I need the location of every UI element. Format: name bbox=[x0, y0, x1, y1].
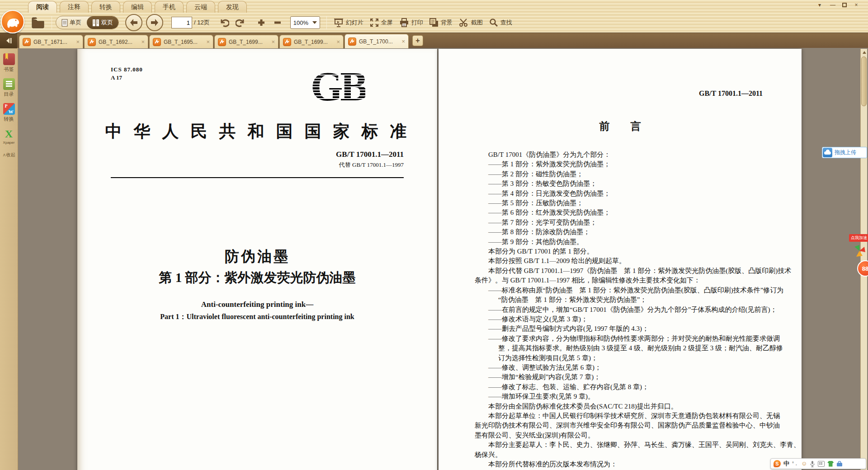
tab-close-icon[interactable]: × bbox=[336, 39, 340, 45]
document-tab-label: GB_T_1699... bbox=[294, 39, 334, 45]
menu-tab[interactable]: 阅读 bbox=[28, 1, 57, 13]
double-page-button[interactable]: 双页 bbox=[87, 16, 118, 29]
app-menu-icon[interactable]: ▾ bbox=[816, 1, 823, 9]
scroll-up-icon[interactable] bbox=[861, 49, 868, 56]
tab-close-icon[interactable]: × bbox=[141, 39, 145, 45]
convert-label: 转换 bbox=[1, 116, 17, 122]
tab-close-icon[interactable]: × bbox=[271, 39, 275, 45]
foreword-line: ——修改了标志、包装、运输、贮存内容(见第 8 章)； bbox=[475, 382, 755, 392]
foreword-line: 整，提高其指标要求。耐热级别由 3 级提至 4 级、耐光级别由 2 级提至 3 … bbox=[475, 343, 755, 353]
menu-tab[interactable]: 转换 bbox=[91, 1, 120, 13]
tab-close-icon[interactable]: × bbox=[206, 39, 210, 45]
document-tab[interactable]: GB_T_1692... × bbox=[84, 35, 148, 48]
foreword-line: 本部分代替 GB/T 17001.1—1997《防伪油墨 第 1 部分：紫外激发… bbox=[475, 266, 755, 276]
print-button[interactable]: 打印 bbox=[396, 16, 426, 29]
scrollbar-thumb[interactable] bbox=[861, 56, 867, 106]
foreword-line: 条件》。与 GB/T 17001.1—1997 相比，除编辑性修改外主要技术变化… bbox=[475, 276, 755, 285]
vertical-scrollbar[interactable] bbox=[860, 49, 867, 470]
single-page-icon bbox=[61, 19, 68, 27]
document-tab[interactable]: GB_T_1699... × bbox=[214, 35, 278, 48]
elephant-logo[interactable] bbox=[1, 10, 24, 33]
tab-close-icon[interactable]: × bbox=[76, 39, 80, 45]
ime-toolbar: S 中 °， ☺ bbox=[770, 458, 866, 469]
ime-mic-icon[interactable] bbox=[810, 461, 815, 467]
sidebar-item-bookmarks[interactable]: 书签 bbox=[1, 53, 17, 73]
drag-upload-button[interactable]: 拖拽上传 bbox=[822, 147, 867, 158]
close-icon[interactable]: × bbox=[853, 1, 860, 9]
zoom-level-select[interactable]: 100% bbox=[290, 16, 320, 29]
standard-number: GB/T 17001.1—2011 bbox=[336, 150, 404, 159]
window-controls: ▾ — × bbox=[816, 1, 860, 9]
slideshow-button[interactable]: 幻灯片 bbox=[330, 16, 367, 29]
titlebar: 阅读注释转换编辑手机云端发现 ▾ — × bbox=[0, 0, 868, 13]
document-tab[interactable]: GB_T_1699... × bbox=[279, 35, 344, 48]
foreword-line: ——在前言的规定中，增加“GB/T 17001《防伪油墨》分为九个部分”子体系构… bbox=[475, 305, 755, 315]
ime-skin-icon[interactable] bbox=[827, 461, 834, 467]
pinwheel-icon[interactable] bbox=[852, 243, 867, 258]
separator bbox=[326, 16, 327, 29]
minimize-icon[interactable]: — bbox=[829, 1, 836, 9]
single-page-button[interactable]: 单页 bbox=[56, 16, 87, 29]
next-page-button[interactable] bbox=[146, 14, 163, 31]
menu-tab[interactable]: 发现 bbox=[218, 1, 247, 13]
foreword-line: ——第 9 部分：其他防伪油墨。 bbox=[475, 237, 755, 247]
minus-icon bbox=[273, 19, 283, 27]
back-arrow-icon bbox=[129, 19, 138, 27]
document-tab[interactable]: GB_T_1671... × bbox=[19, 35, 83, 48]
foreword-line: 墨有限公司、安兴纸业(深圳)有限公司。 bbox=[475, 431, 755, 440]
ime-emoji-icon[interactable]: ☺ bbox=[801, 459, 807, 468]
redo-button[interactable] bbox=[232, 16, 250, 29]
foreword-line: 订为选择性检测项目(见第 5 章)； bbox=[475, 353, 755, 363]
ime-punctuation-toggle[interactable]: °， bbox=[792, 459, 798, 468]
menu-tab[interactable]: 云端 bbox=[186, 1, 215, 13]
redo-icon bbox=[236, 18, 246, 28]
menu-tab[interactable]: 注释 bbox=[60, 1, 89, 13]
background-button[interactable]: 背景 bbox=[426, 16, 456, 29]
toc-label: 目录 bbox=[1, 91, 17, 98]
zoom-in-button[interactable] bbox=[253, 17, 269, 28]
foreword-body: GB/T 17001《防伪油墨》分为九个部分：——第 1 部分：紫外激发荧光防伪… bbox=[475, 150, 755, 469]
sidebar-item-toc[interactable]: 目录 bbox=[1, 78, 17, 98]
single-page-label: 单页 bbox=[70, 19, 81, 27]
page-number-input[interactable] bbox=[171, 17, 192, 28]
zoom-level-value: 100% bbox=[293, 19, 308, 26]
open-file-button[interactable] bbox=[28, 15, 48, 30]
app-chrome: 阅读注释转换编辑手机云端发现 ▾ — × 单页 双页 bbox=[0, 0, 868, 33]
document-tab[interactable]: GB_T_1700... × bbox=[344, 34, 409, 48]
sidebar-collapse-button[interactable] bbox=[0, 33, 17, 48]
find-button[interactable]: 查找 bbox=[486, 16, 515, 29]
foreword-line: ——增加环保卫生要求(见第 9 章)。 bbox=[475, 392, 755, 401]
snapshot-button[interactable]: 截图 bbox=[456, 16, 486, 29]
restore-icon[interactable] bbox=[842, 3, 847, 7]
plus-icon bbox=[256, 19, 266, 27]
ime-toolbox-icon[interactable] bbox=[836, 461, 843, 467]
document-tab[interactable]: GB_T_1695... × bbox=[149, 35, 213, 48]
prev-page-button[interactable] bbox=[125, 14, 142, 31]
page-mode-toggle: 单页 双页 bbox=[56, 16, 119, 29]
zoom-out-button[interactable] bbox=[269, 17, 286, 28]
xpaper-icon: X bbox=[3, 128, 15, 140]
scissors-icon bbox=[459, 18, 469, 27]
toolbar: 单页 双页 / 12页 100% bbox=[0, 13, 868, 33]
sogou-logo-icon[interactable]: S bbox=[774, 460, 781, 467]
fullscreen-button[interactable]: 全屏 bbox=[367, 16, 396, 29]
undo-button[interactable] bbox=[215, 16, 232, 29]
document-tab-label: GB_T_1671... bbox=[33, 39, 73, 45]
ime-keyboard-icon[interactable] bbox=[818, 461, 825, 467]
sidebar-collapse-label[interactable]: ∧收起 bbox=[0, 152, 18, 158]
menu-tab[interactable]: 编辑 bbox=[123, 1, 152, 13]
content-area: 书签 目录 P W 转换 X Xpaper ∧收起 ICS 87.080 A 1… bbox=[0, 48, 868, 470]
fullscreen-icon bbox=[370, 18, 379, 27]
foreword-line: ——删去产品型号编制方式内容(见 1997 年版的 4.3)； bbox=[475, 324, 755, 334]
slideshow-label: 幻灯片 bbox=[346, 19, 363, 27]
new-tab-button[interactable]: + bbox=[412, 35, 423, 46]
pdf-file-icon bbox=[153, 38, 161, 46]
accelerate-badge[interactable]: 点我加速 bbox=[849, 234, 868, 242]
menu-tab[interactable]: 手机 bbox=[155, 1, 184, 13]
search-icon bbox=[489, 18, 498, 27]
ime-lang-toggle[interactable]: 中 bbox=[783, 459, 789, 468]
sidebar-item-xpaper[interactable]: X Xpaper bbox=[1, 128, 17, 145]
sidebar-item-convert[interactable]: P W 转换 bbox=[1, 103, 17, 122]
tab-close-icon[interactable]: × bbox=[401, 39, 405, 44]
pdf-file-icon bbox=[218, 38, 226, 46]
